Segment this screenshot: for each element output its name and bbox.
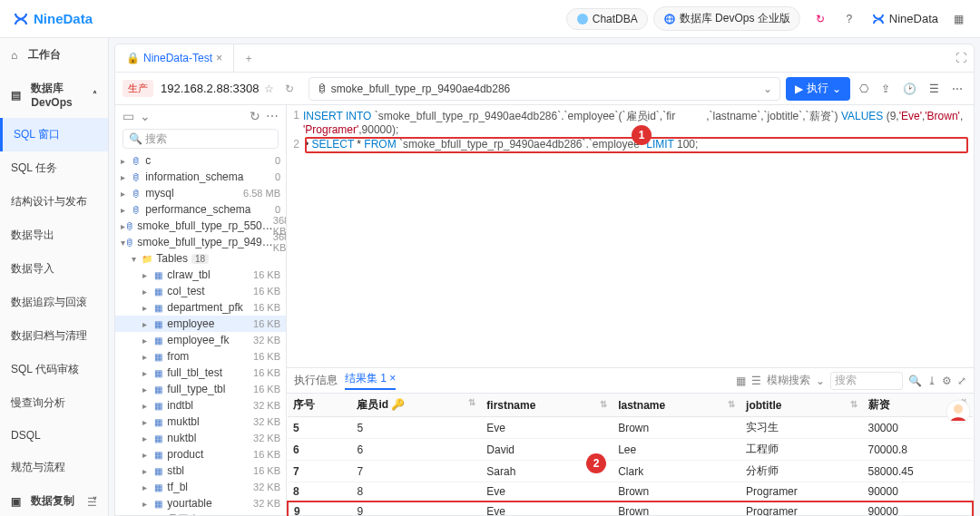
caret-icon[interactable]: ▸	[142, 433, 152, 443]
tree-row-muktbl[interactable]: ▸▦ muktbl32 KB	[115, 414, 286, 430]
row-view-icon[interactable]: ☰	[751, 375, 761, 387]
cell[interactable]: 7	[351, 461, 481, 482]
cell[interactable]: 6	[351, 439, 481, 461]
new-tab-button[interactable]: ＋	[234, 51, 263, 66]
result-search-input[interactable]: 搜索	[830, 372, 903, 390]
chatdba-button[interactable]: ChatDBA	[566, 8, 648, 30]
caret-icon[interactable]: ▸	[142, 499, 152, 509]
tree-row-col_test[interactable]: ▸▦ col_test16 KB	[115, 283, 286, 299]
cell[interactable]: 8	[288, 482, 351, 502]
col-firstname[interactable]: firstname⇅	[481, 394, 612, 417]
chevron-down-icon[interactable]: ⌄	[140, 109, 151, 123]
caret-icon[interactable]: ▸	[142, 417, 152, 427]
database-select[interactable]: 🛢 smoke_bfull_type_rp_9490ae4db286 ⌄	[309, 77, 780, 101]
col-序号[interactable]: 序号	[288, 394, 351, 417]
nav-item-3[interactable]: 数据导出	[0, 219, 108, 252]
close-icon[interactable]: ×	[216, 52, 222, 64]
tree-row-c[interactable]: ▸🛢 c0	[115, 152, 286, 169]
cell[interactable]: 8	[351, 482, 481, 502]
sort-icon[interactable]: ⇅	[468, 397, 475, 407]
nav-item-4[interactable]: 数据导入	[0, 252, 108, 286]
caret-icon[interactable]: ▸	[142, 385, 152, 394]
col-lastname[interactable]: lastname⇅	[612, 394, 740, 417]
export-icon[interactable]: ⤓	[927, 375, 936, 387]
search-mode[interactable]: 模糊搜索	[767, 373, 810, 388]
cell[interactable]: Programer	[740, 501, 862, 516]
user-name[interactable]: NineData	[889, 12, 938, 25]
table-row[interactable]: 55EveBrown实习生30000	[288, 417, 973, 439]
cell[interactable]: Clark	[612, 461, 740, 482]
user-logo-icon[interactable]	[869, 12, 887, 26]
cell[interactable]: 9	[288, 501, 351, 516]
tab-result-set[interactable]: 结果集 1 ×	[345, 371, 396, 390]
tree-filter-icon[interactable]: ▭	[122, 109, 134, 123]
tree-row-stbl[interactable]: ▸▦ stbl16 KB	[115, 462, 286, 479]
tree-row-from[interactable]: ▸▦ from16 KB	[115, 348, 286, 365]
nav-item-2[interactable]: 结构设计与发布	[0, 185, 108, 219]
tree-row-员工表[interactable]: ▸▦ 员工表16 KB	[115, 511, 286, 515]
caret-icon[interactable]: ▸	[121, 172, 130, 182]
table-row[interactable]: 88EveBrownProgramer90000	[288, 482, 973, 502]
nav-item-7[interactable]: SQL 代码审核	[0, 353, 108, 386]
cell[interactable]: 9	[351, 501, 481, 516]
caret-icon[interactable]: ▾	[132, 254, 141, 264]
cell[interactable]: 90000	[863, 482, 973, 502]
tree-row-mysql[interactable]: ▸🛢 mysql6.58 MB	[115, 185, 286, 201]
tree-row-employee_fk[interactable]: ▸▦ employee_fk32 KB	[115, 332, 286, 348]
table-row[interactable]: 66DavidLee工程师70000.8	[288, 439, 973, 461]
tree-row-tf_bl[interactable]: ▸▦ tf_bl32 KB	[115, 479, 286, 495]
tree-row-Tables[interactable]: ▾📁 Tables18	[115, 250, 286, 267]
cell[interactable]: Eve	[481, 501, 612, 516]
caret-icon[interactable]: ▸	[121, 189, 130, 199]
run-button[interactable]: ▶ 执行 ⌄	[786, 77, 850, 101]
caret-icon[interactable]: ▸	[142, 450, 152, 460]
tree-more-icon[interactable]: ⋯	[266, 109, 279, 123]
search-icon[interactable]: 🔍	[908, 375, 922, 387]
caret-icon[interactable]: ▸	[142, 466, 152, 476]
tree-row-nuktbl[interactable]: ▸▦ nuktbl32 KB	[115, 430, 286, 446]
nav-item-9[interactable]: DSQL	[0, 420, 108, 451]
caret-icon[interactable]: ▸	[142, 482, 152, 492]
caret-icon[interactable]: ▸	[142, 270, 152, 280]
nav-group-devops[interactable]: ▤ 数据库 DevOps˄	[0, 72, 108, 118]
help-icon[interactable]: ?	[840, 13, 858, 25]
bookmark-icon[interactable]: ☰	[926, 83, 943, 95]
expand-icon[interactable]: ⤢	[957, 375, 966, 387]
tree-row-yourtable[interactable]: ▸▦ yourtable32 KB	[115, 495, 286, 511]
cell[interactable]: 90000	[863, 501, 973, 516]
format-icon[interactable]: ⎔	[856, 83, 872, 95]
history-icon[interactable]: 🕑	[899, 83, 920, 95]
nav-item-10[interactable]: 规范与流程	[0, 451, 108, 484]
caret-icon[interactable]: ▸	[142, 401, 152, 411]
table-row[interactable]: 99EveBrownProgramer90000	[288, 501, 973, 516]
collapse-nav-icon[interactable]: ☰	[87, 496, 97, 509]
cell[interactable]: 工程师	[740, 439, 862, 461]
col-jobtitle[interactable]: jobtitle⇅	[740, 394, 862, 417]
tree-row-product[interactable]: ▸▦ product16 KB	[115, 446, 286, 462]
sort-icon[interactable]: ⇅	[600, 399, 607, 409]
sort-icon[interactable]: ⇅	[728, 399, 735, 409]
tree-row-information_schema[interactable]: ▸🛢 information_schema0	[115, 169, 286, 185]
apps-icon[interactable]: ▦	[949, 13, 967, 25]
cell[interactable]: 实习生	[740, 417, 862, 439]
cell[interactable]: Brown	[612, 501, 740, 516]
table-row[interactable]: 77SarahClark分析师58000.45	[288, 461, 973, 482]
nav-workspace[interactable]: ⌂ 工作台	[0, 38, 108, 72]
cell[interactable]: 5	[288, 417, 351, 439]
tree-row-employee[interactable]: ▸▦ employee16 KB	[115, 316, 286, 332]
tree-search-input[interactable]: 🔍 搜索	[122, 129, 279, 149]
nav-item-8[interactable]: 慢查询分析	[0, 386, 108, 420]
devops-button[interactable]: 数据库 DevOps 企业版	[653, 6, 800, 31]
tab-ninedata-test[interactable]: 🔒 NineData-Test ×	[115, 44, 234, 72]
more-icon[interactable]: ⋯	[948, 83, 966, 95]
tree-row-full_type_tbl[interactable]: ▸▦ full_type_tbl16 KB	[115, 381, 286, 397]
caret-icon[interactable]: ▸	[142, 368, 152, 378]
cell[interactable]: 6	[288, 439, 351, 461]
nav-item-0[interactable]: SQL 窗口	[0, 118, 108, 151]
chevron-down-icon[interactable]: ⌄	[816, 375, 825, 387]
settings-icon[interactable]: ⚙	[942, 375, 952, 387]
caret-icon[interactable]: ▸	[142, 336, 152, 346]
cell[interactable]: Eve	[481, 482, 612, 502]
tree-row-performance_schema[interactable]: ▸🛢 performance_schema0	[115, 201, 286, 218]
cell[interactable]: Eve	[481, 417, 612, 439]
